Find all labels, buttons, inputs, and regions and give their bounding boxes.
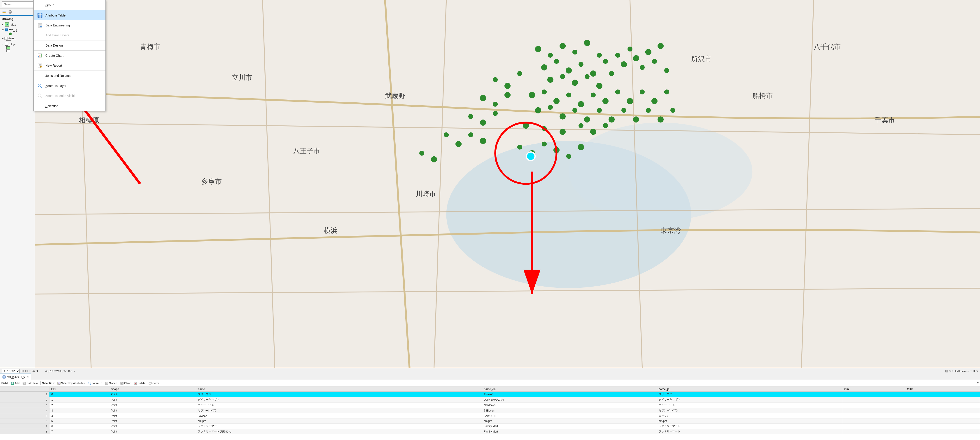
selected-features-icon: ◫ [945,369,948,373]
col-shape[interactable]: Shape [109,387,196,392]
refresh-icon[interactable]: ↻ [976,370,978,372]
svg-text:川崎市: 川崎市 [416,190,436,198]
row-num: 7 [0,424,49,429]
clear-button[interactable]: Clear [119,381,132,385]
layer-item-river[interactable]: ▶ river_ [2,36,33,40]
svg-point-115 [455,141,461,147]
svg-point-85 [584,116,590,123]
menu-item-new-report[interactable]: ★ New Report [33,61,105,70]
layer-item-map[interactable]: ▶ Map [2,21,33,27]
table-row[interactable]: 10PointスリーエフThree-Fスリーエフ [0,392,980,397]
dropdown-icon[interactable]: ▼ [36,369,39,373]
calculate-button[interactable]: fx Calculate [21,381,39,385]
cell-atm [842,424,905,429]
svg-point-48 [541,64,547,70]
table-row[interactable]: 32PointニューデイズNewDaysニューデイズ [0,402,980,408]
svg-point-95 [560,129,566,135]
zoom-to-button[interactable]: Zoom To [86,381,103,385]
svg-point-77 [627,98,633,104]
select-icon[interactable]: ⊞ [29,369,32,373]
svg-point-56 [572,80,578,86]
river-checkbox[interactable] [5,37,8,40]
switch-button[interactable]: ↔ Switch [104,381,118,385]
copy-button[interactable]: Copy [147,381,160,385]
cell-name: デイリーヤマザキ [196,397,482,402]
menu-item-selection[interactable]: Selection [33,101,105,111]
layer-item-cvs[interactable]: ▼ cvs_jg [2,28,33,32]
layer-item-tokyc[interactable]: ▼ tokyc [2,42,33,46]
bookmark-icon[interactable]: ⊞ [21,369,24,373]
map-area[interactable]: 青梅市 立川市 相模原 八王子市 武蔵野 所沢市 八千代市 船橋市 千葉市 東京… [35,0,980,368]
search-input[interactable] [2,2,33,7]
svg-point-51 [579,62,584,67]
svg-line-26 [41,86,42,88]
table-row[interactable]: 65Pointam/pmam/pmam/pm [0,419,980,424]
delete-button[interactable]: 🗑 Delete [132,381,147,385]
menu-item-zoom-to-layer[interactable]: Zoom To Layer [33,81,105,91]
select-by-attributes-button[interactable]: SQL Select By Attributes [56,381,86,385]
scale-dropdown[interactable]: 1:518,332 [2,369,20,373]
col-atm[interactable]: atm [842,387,905,392]
svg-point-90 [646,108,651,113]
cell-name: ファミリーマート 渋谷文化... [196,429,482,434]
cell-fid: 0 [49,392,109,397]
menu-item-data-engineering[interactable]: Data Engineering [33,20,105,30]
row-num: 6 [0,419,49,424]
tokyc-checkbox[interactable] [5,43,8,46]
cell-shape: Point [109,424,196,429]
table-row[interactable]: 54PointLawsonLAWSONローソン [0,413,980,419]
nav-icon[interactable]: ⊕ [32,369,35,373]
svg-point-65 [645,49,651,55]
data-design-menu-icon [37,43,43,48]
menu-label-zoom-visible: Zoom To Make Visible [45,94,102,97]
cell-name_ja: ニューデイズ [657,402,842,408]
row-num: 4 [0,408,49,413]
col-fid[interactable]: FID [49,387,109,392]
joins-relates-menu-icon [37,73,43,78]
table-icon[interactable]: ⊟ [25,369,28,373]
cell-shape: Point [109,392,196,397]
cell-name: Lawson [196,413,482,419]
table-tab-close[interactable]: ✕ [27,375,29,378]
database-icon[interactable] [8,10,13,14]
add-button[interactable]: Add [10,381,21,385]
cell-shape: Point [109,413,196,419]
pause-icon[interactable]: ⏸ [973,370,975,372]
cell-name_ja: デイリーヤマザキ [657,397,842,402]
menu-label-zoom-to-layer: Zoom To Layer [45,84,102,88]
layer-toolbar [0,9,35,16]
cell-atm [842,397,905,402]
cell-atm [842,402,905,408]
menu-item-data-design[interactable]: Data Design [33,40,105,50]
col-name-ja[interactable]: name_ja [657,387,842,392]
menu-label-data-engineering: Data Engineering [45,24,102,27]
menu-item-attribute-table[interactable]: Attribute Table [33,10,105,20]
map-svg: 青梅市 立川市 相模原 八王子市 武蔵野 所沢市 八千代市 船橋市 千葉市 東京… [35,0,980,368]
selection-label: Selection: [42,382,55,385]
table-row[interactable]: 87Pointファミリーマート 渋谷文化...Family Martファミリーマ… [0,429,980,434]
svg-point-116 [468,132,473,137]
col-name-en[interactable]: name_en [482,387,657,392]
svg-point-54 [547,77,554,83]
table-tab-cvs[interactable]: cvs_jgd2011_9 ✕ [0,373,32,379]
col-toilet[interactable]: toilet [905,387,980,392]
table-row[interactable]: 43Pointセブン-イレブン7-Elevenセブン-イレブン [0,408,980,413]
menu-item-create-chart[interactable]: Create Chart [33,51,105,61]
cvs-dot-icon [9,32,12,35]
svg-point-91 [657,116,663,123]
cell-name_en: NewDays [482,402,657,408]
table-menu-button[interactable]: ≡ [977,381,978,385]
layers-icon[interactable] [2,10,7,14]
table-row[interactable]: 76PointファミリーマートFamily Martファミリーマート [0,424,980,429]
menu-item-joins-relates[interactable]: Joins and Relates [33,71,105,81]
menu-item-group[interactable]: Group [33,0,105,10]
col-name[interactable]: name [196,387,482,392]
table-body: 10PointスリーエフThree-Fスリーエフ21PointデイリーヤマザキD… [0,392,980,434]
svg-point-59 [609,71,614,76]
add-error-layers-menu-icon [37,32,43,38]
svg-point-99 [493,77,498,82]
map-coords: 49,810.05W 39,058.10S m [45,370,75,372]
table-row[interactable]: 21PointデイリーヤマザキDaily YAMAZAKIデイリーヤマザキ [0,397,980,402]
cvs-checkbox[interactable] [5,29,8,32]
table-grid[interactable]: FID Shape name name_en name_ja atm toile… [0,387,980,440]
